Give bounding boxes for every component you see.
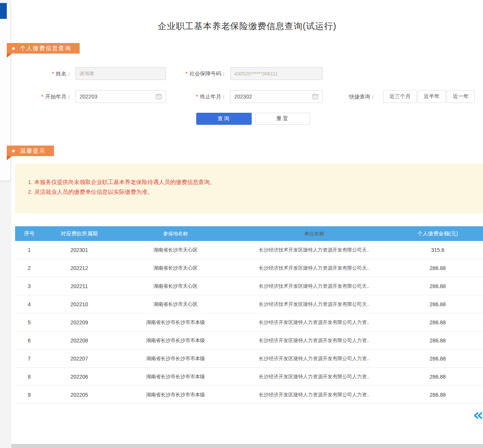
table-cell: 286.88 [392, 283, 483, 289]
table-cell: 286.88 [392, 356, 483, 362]
table-cell: 202301 [43, 247, 115, 253]
tip-line: 2. 灵活就业人员的缴费单位信息以实际缴费为准。 [28, 187, 475, 197]
table-cell: 8 [15, 374, 43, 380]
table-row: 4202210湖南省长沙市天心区长沙经济技术开发区捷特人力资源开发有限公司天..… [15, 295, 483, 313]
column-header: 参保地名称 [115, 226, 236, 241]
table-cell: 湖南省长沙市天心区 [115, 265, 236, 272]
table-cell: 4 [15, 301, 43, 307]
table-cell: 湖南省长沙市天心区 [115, 301, 236, 308]
table-cell: 286.88 [392, 338, 483, 344]
table-row: 6202208湖南省长沙市长沙市市本级长沙经济开发区捷特人力资源开发有限公司人力… [15, 331, 483, 350]
table-cell: 湖南省长沙市长沙市市本级 [115, 373, 236, 380]
tip-line: 1. 本服务仅提供尚未领取企业职工基本养老保险待遇人员的缴费信息查询。 [28, 177, 475, 187]
table-cell: 7 [15, 356, 43, 362]
table-cell: 湖南省长沙市长沙市市本级 [115, 319, 236, 326]
bullet-dot-icon [12, 150, 15, 152]
table-row: 9202205湖南省长沙市长沙市市本级长沙经济开发区捷特人力资源开发有限公司人力… [15, 386, 483, 404]
section-badge-tips: 温馨提示 [7, 146, 54, 156]
table-cell: 湖南省长沙市天心区 [115, 247, 236, 253]
bullet-dot-icon [12, 47, 15, 50]
table-cell: 5 [15, 319, 43, 325]
table-cell: 长沙经济开发区捷特人力资源开发有限公司人力资.. [236, 391, 392, 398]
quick-query-buttons: 近三个月近半年近一年 [383, 90, 475, 103]
table-cell: 长沙经济开发区捷特人力资源开发有限公司人力资.. [236, 373, 392, 380]
required-mark: * [42, 94, 43, 100]
table-cell: 202207 [43, 356, 115, 362]
table-cell: 286.88 [392, 319, 483, 325]
social-security-number-field [230, 67, 323, 80]
column-header: 序号 [15, 226, 43, 241]
table-row: 5202209湖南省长沙市长沙市市本级长沙经济开发区捷特人力资源开发有限公司人力… [15, 313, 483, 331]
table-cell: 202212 [43, 265, 115, 271]
table-cell: 湖南省长沙市长沙市市本级 [115, 391, 236, 398]
start-month-label: *开始年月： [28, 90, 72, 103]
required-mark: * [186, 71, 188, 77]
quick-query-button[interactable]: 近一年 [447, 90, 475, 103]
table-cell: 202209 [43, 319, 115, 325]
quick-query-button[interactable]: 近半年 [418, 90, 446, 103]
page-title: 企业职工基本养老保险缴费信息查询(试运行) [11, 20, 483, 32]
table-row: 8202206湖南省长沙市长沙市市本级长沙经济开发区捷特人力资源开发有限公司人力… [15, 368, 483, 386]
table-cell: 286.88 [392, 301, 483, 307]
table-cell: 286.88 [392, 374, 483, 380]
table-cell: 202210 [43, 301, 115, 307]
table-body: 1202301湖南省长沙市天心区长沙经济技术开发区捷特人力资源开发有限公司天..… [15, 241, 483, 404]
name-label: *姓名： [32, 67, 72, 80]
table-cell: 202205 [43, 392, 115, 398]
table-row: 2202212湖南省长沙市天心区长沙经济技术开发区捷特人力资源开发有限公司天..… [15, 259, 483, 277]
table-cell: 长沙经济开发区捷特人力资源开发有限公司人力资.. [236, 319, 392, 326]
column-header: 个人缴费金额(元) [392, 226, 483, 241]
table-cell: 6 [15, 338, 43, 344]
calendar-icon[interactable] [155, 93, 162, 100]
left-edge-blue-tab [0, 3, 7, 19]
table-header-row: 序号对应费款所属期参保地名称单位名称个人缴费金额(元) [15, 226, 483, 241]
quick-query-button[interactable]: 近三个月 [383, 90, 417, 103]
column-header: 对应费款所属期 [43, 226, 115, 241]
table-cell: 湖南省长沙市长沙市市本级 [115, 337, 236, 344]
name-field [75, 67, 166, 80]
section-badge-label: 个人缴费信息查询 [20, 45, 71, 52]
section-badge-personal-query: 个人缴费信息查询 [7, 43, 80, 54]
section-badge-label: 温馨提示 [20, 147, 46, 155]
table-row: 3202211湖南省长沙市天心区长沙经济技术开发区捷特人力资源开发有限公司天..… [15, 277, 483, 295]
table-cell: 长沙经济技术开发区捷特人力资源开发有限公司天.. [236, 283, 392, 290]
table-cell: 2 [15, 265, 43, 271]
ssn-label: *社会保障号码： [170, 67, 226, 80]
tips-panel: 1. 本服务仅提供尚未领取企业职工基本养老保险待遇人员的缴费信息查询。2. 灵活… [15, 164, 483, 213]
query-button[interactable]: 查询 [196, 113, 252, 125]
table-row: 7202207湖南省长沙市长沙市市本级长沙经济开发区捷特人力资源开发有限公司人力… [15, 350, 483, 368]
table-cell: 286.88 [392, 392, 483, 398]
table-cell: 湖南省长沙市天心区 [115, 283, 236, 290]
table-cell: 315.6 [392, 247, 483, 253]
table-cell: 1 [15, 247, 43, 253]
required-mark: * [196, 94, 198, 100]
table-cell: 长沙经济技术开发区捷特人力资源开发有限公司天.. [236, 301, 392, 308]
reset-button[interactable]: 重置 [255, 113, 310, 125]
end-month-label: *终止年月： [170, 90, 226, 103]
table-cell: 9 [15, 392, 43, 398]
collapse-double-chevron-icon[interactable]: « [473, 407, 483, 423]
table-cell: 202211 [43, 283, 115, 289]
table-cell: 202206 [43, 374, 115, 380]
column-header: 单位名称 [236, 226, 392, 241]
required-mark: * [52, 71, 54, 77]
table-cell: 长沙经济开发区捷特人力资源开发有限公司人力资.. [236, 355, 392, 362]
quick-query-label: 快捷查询： [349, 90, 381, 103]
table-cell: 长沙经济开发区捷特人力资源开发有限公司人力资.. [236, 337, 392, 344]
start-month-field[interactable] [75, 90, 166, 103]
table-cell: 3 [15, 283, 43, 289]
page: 企业职工基本养老保险缴费信息查询(试运行) 个人缴费信息查询 *姓名： *社会保… [0, 0, 483, 448]
table-cell: 202208 [43, 338, 115, 344]
table-cell: 湖南省长沙市长沙市市本级 [115, 355, 236, 362]
tips-lines: 1. 本服务仅提供尚未领取企业职工基本养老保险待遇人员的缴费信息查询。2. 灵活… [28, 177, 475, 197]
calendar-icon[interactable] [312, 93, 318, 100]
table-row: 1202301湖南省长沙市天心区长沙经济技术开发区捷特人力资源开发有限公司天..… [15, 241, 483, 259]
bottom-bar [11, 444, 483, 448]
table-cell: 长沙经济技术开发区捷特人力资源开发有限公司天.. [236, 247, 392, 253]
table-cell: 286.88 [392, 265, 483, 271]
end-month-field[interactable] [230, 90, 323, 103]
table-cell: 长沙经济技术开发区捷特人力资源开发有限公司天.. [236, 265, 392, 272]
